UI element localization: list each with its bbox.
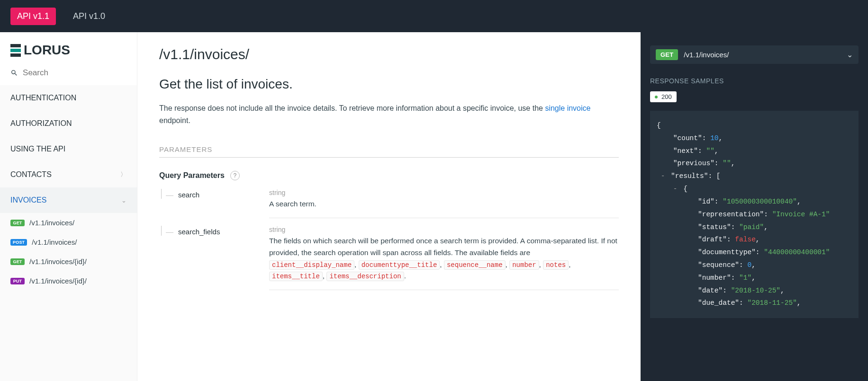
sidebar-item-authentication[interactable]: AUTHENTICATION [0,85,137,111]
method-badge: GET [10,258,25,265]
code-chip: items__title [269,272,323,281]
endpoint-path: /v1.1/invoices/ [29,219,74,227]
code-chip: items__description [326,272,404,281]
param-desc: A search term. [269,198,619,210]
search-row[interactable] [0,62,137,85]
parameters-header: PARAMETERS [159,145,619,158]
main-content: /v1.1/invoices/ Get the list of invoices… [137,32,641,381]
endpoint-post-invoices[interactable]: POST /v1.1/invoices/ [0,232,137,252]
logo: LORUS [0,32,137,62]
endpoint-path: /v1.1/invoices/{id}/ [29,277,87,285]
chevron-right-icon: 〉 [120,170,127,179]
sidebar-item-contacts[interactable]: CONTACTS 〉 [0,162,137,187]
param-type: string [269,226,619,233]
endpoint-path: /v1.1/invoices/{id}/ [29,257,87,266]
chevron-down-icon: ⌄ [121,197,127,204]
query-parameters-title: Query Parameters [159,171,225,180]
sidebar-item-label: INVOICES [10,196,46,204]
chevron-down-icon: ⌄ [847,50,853,59]
sidebar-item-authorization[interactable]: AUTHORIZATION [0,111,137,136]
section-description: The response does not include all the in… [159,102,619,126]
status-dot-icon [655,96,658,98]
param-row-search-fields: search_fields string The fields on which… [159,226,619,295]
code-chip: notes [543,260,569,270]
search-input[interactable] [23,68,127,78]
endpoint-put-invoice-id[interactable]: PUT /v1.1/invoices/{id}/ [0,271,137,291]
sidebar-item-using-the-api[interactable]: USING THE API [0,136,137,162]
help-icon[interactable]: ? [230,171,240,180]
param-row-search: search string A search term. [159,189,619,223]
endpoint-get-invoices[interactable]: GET /v1.1/invoices/ [0,213,137,232]
response-json: { "count": 10, "next": "", "previous": "… [650,111,859,318]
code-chip: sequence__name [444,260,506,270]
method-badge: POST [10,239,27,246]
code-chip: client__display_name [269,260,354,270]
topbar: API v1.1 API v1.0 [0,0,868,32]
single-invoice-link[interactable]: single invoice [545,104,590,112]
method-badge: GET [10,220,25,226]
code-chip: number [509,260,539,270]
section-heading: Get the list of invoices. [159,77,619,92]
method-badge: PUT [10,278,25,284]
logo-text: LORUS [24,43,70,58]
tab-api-v10[interactable]: API v1.0 [66,8,112,25]
sidebar: LORUS AUTHENTICATION AUTHORIZATION USING… [0,32,137,381]
endpoint-path: /v1.1/invoices/ [684,51,841,59]
method-badge: GET [656,49,678,60]
code-chip: documenttype__title [359,260,440,270]
param-name: search_fields [173,226,220,236]
tab-api-v11[interactable]: API v1.1 [10,8,56,25]
endpoint-selector[interactable]: GET /v1.1/invoices/ ⌄ [650,45,859,64]
search-icon [10,69,18,77]
sidebar-item-invoices[interactable]: INVOICES ⌄ [0,187,137,213]
sidebar-item-label: CONTACTS [10,170,52,179]
param-desc: The fields on which search will be perfo… [269,235,619,282]
logo-icon [10,44,21,57]
endpoint-path: /v1.1/invoices/ [32,238,77,246]
samples-panel: GET /v1.1/invoices/ ⌄ RESPONSE SAMPLES 2… [641,32,868,381]
param-type: string [269,189,619,196]
status-code: 200 [661,93,672,100]
param-name: search [173,189,199,199]
response-samples-title: RESPONSE SAMPLES [650,77,859,85]
endpoint-get-invoice-id[interactable]: GET /v1.1/invoices/{id}/ [0,252,137,271]
status-200[interactable]: 200 [650,91,677,102]
endpoint-title: /v1.1/invoices/ [159,46,619,62]
